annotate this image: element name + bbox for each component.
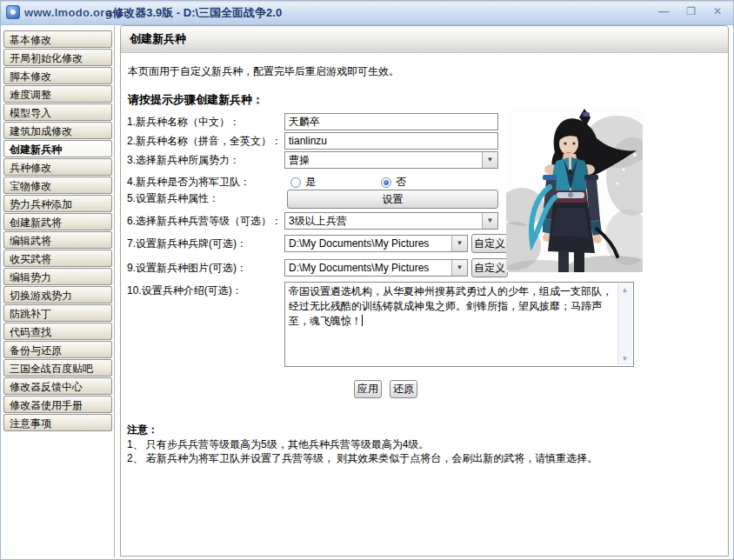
window-controls: — ❐ ✕ [656,3,724,20]
label-faction-select: 3.选择新兵种所属势力： [127,151,240,169]
textarea-scrollbar[interactable]: ▲ ▼ [617,283,632,365]
steps-prompt: 请按提示步骤创建新兵种： [128,92,264,108]
notes-line-1: 1、 只有步兵兵营等级最高为5级，其他兵种兵营等级最高为4级。 [127,437,429,452]
chevron-down-icon[interactable]: ▼ [451,260,467,276]
unit-card-path-select[interactable]: D:\My Documents\My Pictures ▼ [284,235,468,252]
unit-image-path-value: D:\My Documents\My Pictures [285,260,451,276]
sidebar-item-basic-mod[interactable]: 基本修改 [3,30,112,48]
label-barracks-level: 6.选择新兵种兵营等级（可选）： [127,212,282,230]
title-text-rest: a修改器3.9版 - D:\三国全面战争2.0 [106,6,282,19]
sidebar-item-notice[interactable]: 注意事项 [3,414,112,431]
unit-description-text: 帝国设置遴选机构，从华夏神州搜募武勇过人的少年，组成一支部队，经过无比残酷的训练… [289,285,612,327]
sidebar-item-model-import[interactable]: 模型导入 [3,103,112,121]
unit-image-custom-button[interactable]: 自定义 [471,258,508,277]
sidebar-item-unit-mod[interactable]: 兵种修改 [3,158,112,176]
sidebar: 基本修改 开局初始化修改 脚本修改 难度调整 模型导入 建筑加成修改 创建新兵种… [3,26,115,557]
faction-select[interactable]: 曹操 ▼ [284,151,498,169]
radio-yes[interactable] [290,177,301,188]
unit-artwork [506,107,643,272]
label-unit-card: 7.设置新兵种兵牌(可选)： [127,235,247,252]
radio-yes-label: 是 [305,175,316,190]
label-unit-attributes: 5.设置新兵种属性： [127,190,219,207]
app-icon [6,5,20,19]
label-unit-image: 9.设置新兵种图片(可选)： [127,259,247,277]
barracks-level-value: 3级以上兵营 [285,213,482,229]
close-icon[interactable]: ✕ [711,3,724,20]
scroll-down-icon[interactable]: ▼ [618,352,631,365]
sidebar-item-treasure-mod[interactable]: 宝物修改 [3,177,112,194]
sidebar-item-building-bonus[interactable]: 建筑加成修改 [3,122,112,139]
unit-name-cn-input[interactable]: 天麟卒 [284,113,498,130]
window-title: www.lmodo.orga修改器3.9版 - D:\三国全面战争2.0 [24,5,282,21]
chevron-down-icon[interactable]: ▼ [482,152,497,168]
notes-title: 注意： [127,423,158,437]
sidebar-item-create-unit-active[interactable]: 创建新兵种 [3,140,112,157]
faction-select-value: 曹操 [285,152,482,168]
unit-card-path-value: D:\My Documents\My Pictures [285,236,451,251]
sidebar-item-edit-faction[interactable]: 编辑势力 [3,268,112,285]
sidebar-item-edit-general[interactable]: 编辑武将 [3,231,112,249]
sidebar-item-backup-restore[interactable]: 备份与还原 [3,341,112,358]
sidebar-item-difficulty[interactable]: 难度调整 [3,85,112,103]
unit-image-path-select[interactable]: D:\My Documents\My Pictures ▼ [284,259,468,277]
app-window: www.lmodo.orga修改器3.9版 - D:\三国全面战争2.0 — ❐… [0,0,734,560]
label-unit-description: 10.设置兵种介绍(可选)： [127,282,243,299]
sidebar-item-switch-faction[interactable]: 切换游戏势力 [3,286,112,303]
sidebar-item-init-mod[interactable]: 开局初始化修改 [3,49,112,66]
radio-no-label: 否 [396,175,406,190]
label-unit-name-pinyin: 2.新兵种名称（拼音，全英文）： [127,132,282,150]
maximize-icon[interactable]: ❐ [684,3,698,20]
intro-text: 本页面用于自定义新兵种，配置完毕后重启游戏即可生效。 [128,64,399,79]
restore-button[interactable]: 还原 [390,380,417,398]
set-attributes-button[interactable]: 设置 [287,190,498,209]
page-title: 创建新兵种 [121,26,728,53]
sidebar-item-feedback[interactable]: 修改器反馈中心 [3,377,112,395]
unit-description-textarea[interactable]: 帝国设置遴选机构，从华夏神州搜募武勇过人的少年，组成一支部队，经过无比残酷的训练… [284,282,634,367]
unit-card-custom-button[interactable]: 自定义 [471,234,508,253]
sidebar-item-tieba[interactable]: 三国全战百度贴吧 [3,359,112,377]
scroll-up-icon[interactable]: ▲ [618,283,631,297]
main-panel: 创建新兵种 本页面用于自定义新兵种，配置完毕后重启游戏即可生效。 请按提示步骤创… [120,25,729,557]
title-watermark: www.lmodo.org [24,6,112,19]
guard-radio-group: 是 否 [290,175,406,190]
sidebar-item-code-search[interactable]: 代码查找 [3,323,112,340]
sidebar-item-script-mod[interactable]: 脚本修改 [3,67,112,84]
radio-no-selected[interactable] [381,177,391,188]
sidebar-item-bribe-general[interactable]: 收买武将 [3,250,112,267]
apply-button[interactable]: 应用 [354,380,382,398]
notes-line-2: 2、 若新兵种为将军卫队并设置了兵营等级， 则其效果类似于点将台，会刷出新的武将… [127,451,597,466]
label-guard-question: 4.新兵种是否为将军卫队： [127,173,250,190]
sidebar-item-manual[interactable]: 修改器使用手册 [3,396,112,413]
barracks-level-select[interactable]: 3级以上兵营 ▼ [284,212,498,230]
sidebar-item-faction-unit-add[interactable]: 势力兵种添加 [3,195,112,212]
text-caret [362,315,363,326]
chevron-down-icon[interactable]: ▼ [451,236,467,251]
titlebar: www.lmodo.orga修改器3.9版 - D:\三国全面战争2.0 — ❐… [1,1,733,25]
chevron-down-icon[interactable]: ▼ [482,213,497,229]
unit-name-pinyin-input[interactable]: tianlinzu [284,132,498,150]
label-unit-name-cn: 1.新兵种名称（中文）： [127,113,240,130]
sidebar-item-anticrash-patch[interactable]: 防跳补丁 [3,304,112,322]
sidebar-item-create-general[interactable]: 创建新武将 [3,213,112,230]
minimize-icon[interactable]: — [656,3,671,20]
